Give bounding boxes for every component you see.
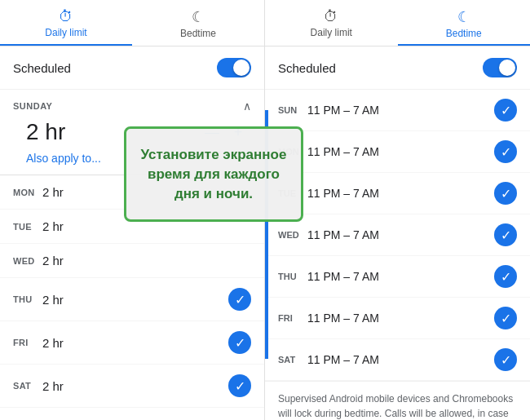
day-abbr-mon: MON (13, 188, 42, 197)
tab-bedtime-label-left: Bedtime (180, 28, 216, 39)
table-row: MON 11 PM – 7 AM ✓ (265, 131, 530, 173)
check-circle-wed-right[interactable]: ✓ (494, 223, 517, 246)
day-abbr-tue: TUE (13, 222, 42, 232)
bedtime-time-mon: 11 PM – 7 AM (307, 145, 494, 158)
tab-bedtime-left[interactable]: ☾ Bedtime (132, 0, 264, 46)
sunday-header: SUNDAY ∧ (0, 90, 264, 116)
bedtime-time-thu: 11 PM – 7 AM (307, 270, 494, 283)
check-circle-sat[interactable]: ✓ (228, 374, 251, 397)
tab-daily-label-right: Daily limit (311, 27, 352, 38)
check-circle-sat-right[interactable]: ✓ (494, 348, 517, 371)
day-time-fri: 2 hr (42, 336, 228, 350)
table-row: FRI 11 PM – 7 AM ✓ (265, 298, 530, 339)
table-row: TUE 11 PM – 7 AM ✓ (265, 173, 530, 214)
check-circle-fri-right[interactable]: ✓ (494, 307, 517, 329)
table-row: FRI 2 hr ✓ (0, 321, 264, 365)
right-tabs: ⏱ Daily limit ☾ Bedtime (265, 0, 530, 46)
bedtime-abbr-sun: SUN (278, 105, 307, 115)
check-circle-thu-right[interactable]: ✓ (494, 265, 517, 288)
chevron-up-icon[interactable]: ∧ (243, 99, 251, 113)
bedtime-time-wed: 11 PM – 7 AM (307, 228, 494, 241)
tab-bedtime-label-right: Bedtime (446, 28, 482, 39)
timer-icon-left: ⏱ (59, 8, 73, 25)
scheduled-label-left: Scheduled (13, 61, 71, 75)
overlay-text: Установите экранное время для каждого дн… (141, 147, 287, 201)
table-row: SAT 11 PM – 7 AM ✓ (265, 339, 530, 381)
table-row: SUN 11 PM – 7 AM ✓ (265, 90, 530, 131)
moon-icon-right: ☾ (457, 8, 470, 26)
check-circle-tue-right[interactable]: ✓ (494, 182, 517, 205)
bedtime-abbr-fri: FRI (278, 313, 307, 323)
tab-daily-label-left: Daily limit (45, 27, 86, 38)
day-abbr-wed: WED (13, 256, 42, 266)
day-abbr-fri: FRI (13, 338, 42, 347)
table-row: WED 11 PM – 7 AM ✓ (265, 214, 530, 256)
sunday-label: SUNDAY (13, 101, 52, 111)
scheduled-toggle-right[interactable] (483, 58, 517, 77)
table-row: WED 2 hr (0, 244, 264, 278)
day-time-wed: 2 hr (42, 254, 251, 267)
tab-daily-limit-left[interactable]: ⏱ Daily limit (0, 0, 132, 46)
scheduled-row-left: Scheduled (0, 46, 264, 90)
day-time-thu: 2 hr (42, 293, 228, 307)
bedtime-abbr-thu: THU (278, 272, 307, 281)
bedtime-abbr-sat: SAT (278, 355, 307, 365)
table-row: THU 2 hr ✓ (0, 278, 264, 321)
day-time-sat: 2 hr (42, 379, 228, 393)
day-abbr-thu: THU (13, 294, 42, 304)
tab-bedtime-right[interactable]: ☾ Bedtime (398, 0, 531, 46)
timer-icon-right: ⏱ (324, 8, 338, 25)
footer-note: Supervised Android mobile devices and Ch… (265, 381, 530, 420)
table-row: SAT 2 hr ✓ (0, 365, 264, 408)
check-circle-fri[interactable]: ✓ (228, 331, 251, 354)
scheduled-row-right: Scheduled (265, 46, 530, 90)
table-row: THU 11 PM – 7 AM ✓ (265, 256, 530, 298)
left-tabs: ⏱ Daily limit ☾ Bedtime (0, 0, 264, 46)
scheduled-label-right: Scheduled (278, 61, 336, 75)
check-circle-mon-right[interactable]: ✓ (494, 140, 517, 163)
bedtime-time-fri: 11 PM – 7 AM (307, 312, 494, 325)
moon-icon-left: ☾ (192, 8, 205, 26)
bedtime-time-sat: 11 PM – 7 AM (307, 353, 494, 366)
day-abbr-sat: SAT (13, 381, 42, 391)
check-circle-sun-right[interactable]: ✓ (494, 99, 517, 122)
scheduled-toggle-left[interactable] (217, 58, 251, 77)
check-circle-thu[interactable]: ✓ (228, 288, 251, 311)
overlay-tooltip: Установите экранное время для каждого дн… (124, 126, 303, 222)
bedtime-abbr-wed: WED (278, 230, 307, 240)
right-panel-content: SUN 11 PM – 7 AM ✓ MON 11 PM – 7 AM ✓ TU… (265, 90, 530, 420)
bedtime-days-list: SUN 11 PM – 7 AM ✓ MON 11 PM – 7 AM ✓ TU… (265, 90, 530, 381)
bedtime-time-tue: 11 PM – 7 AM (307, 187, 494, 200)
bedtime-time-sun: 11 PM – 7 AM (307, 104, 494, 117)
right-panel: ⏱ Daily limit ☾ Bedtime Scheduled SUN 11… (265, 0, 530, 420)
tab-daily-limit-right[interactable]: ⏱ Daily limit (265, 0, 398, 46)
